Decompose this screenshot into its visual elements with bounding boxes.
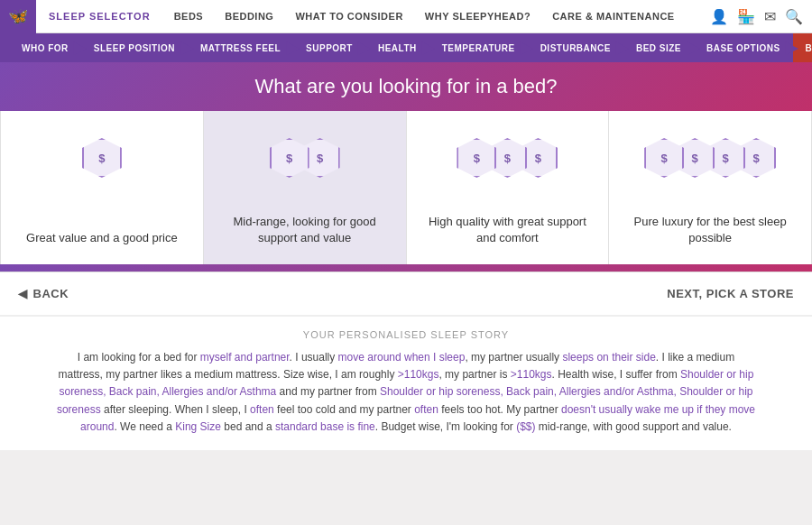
coin-icon-2: $ $ (270, 138, 340, 178)
sub-nav: WHO FOR SLEEP POSITION MATTRESS FEEL SUP… (0, 33, 812, 62)
nav-link-why[interactable]: WHY SLEEPYHEAD? (414, 0, 541, 32)
option-card-midrange[interactable]: $ $ Mid-range, looking for good support … (204, 111, 407, 264)
contact-icon[interactable]: ✉ (764, 8, 776, 25)
top-nav: 🦋 SLEEP SELECTOR BEDS BEDDING WHAT TO CO… (0, 0, 812, 33)
hero-banner: What are you looking for in a bed? (0, 62, 812, 111)
search-icon[interactable]: 🔍 (785, 8, 803, 25)
sub-nav-temperature[interactable]: TEMPERATURE (429, 33, 528, 62)
coin-icon-4: $ $ $ $ (644, 138, 776, 178)
sub-nav-disturbance[interactable]: DISTURBANCE (528, 33, 623, 62)
back-chevron-icon: ◀ (18, 287, 28, 300)
option-card-highquality[interactable]: $ $ $ High quality with great support an… (407, 111, 610, 264)
store-icon[interactable]: 🏪 (737, 8, 755, 25)
sub-nav-bed-size[interactable]: BED SIZE (623, 33, 694, 62)
main-content: What are you looking for in a bed? $ Gre… (0, 62, 812, 450)
nav-link-beds[interactable]: BEDS (163, 0, 215, 32)
sleep-story-title: YOUR PERSONALISED SLEEP STORY (54, 329, 758, 340)
account-icon[interactable]: 👤 (710, 8, 728, 25)
hero-question: What are you looking for in a bed? (254, 75, 557, 97)
sleep-story-text: I am looking for a bed for myself and pa… (54, 349, 758, 436)
nav-link-bedding[interactable]: BEDDING (214, 0, 284, 32)
nav-link-care[interactable]: CARE & MAINTENANCE (541, 0, 686, 32)
back-label: BACK (33, 287, 69, 300)
next-button[interactable]: NEXT, PICK A STORE (667, 287, 794, 300)
logo-area[interactable]: 🦋 (0, 0, 36, 33)
sub-nav-mattress-feel[interactable]: MATTRESS FEEL (188, 33, 293, 62)
sub-nav-support[interactable]: SUPPORT (293, 33, 365, 62)
option-label-luxury: Pure luxury for the best sleep possible (623, 214, 798, 246)
coin-icon-3: $ $ $ (457, 138, 558, 178)
back-button[interactable]: ◀ BACK (18, 287, 69, 300)
option-label-midrange: Mid-range, looking for good support and … (217, 214, 392, 246)
nav-links: BEDS BEDDING WHAT TO CONSIDER WHY SLEEPY… (163, 0, 710, 32)
option-label-highquality: High quality with great support and comf… (420, 214, 595, 246)
sub-nav-base-options[interactable]: BASE OPTIONS (694, 33, 793, 62)
option-card-luxury[interactable]: $ $ $ $ Pure luxury for the best sleep p… (609, 111, 811, 264)
nav-buttons: ◀ BACK NEXT, PICK A STORE (0, 272, 812, 315)
next-label: NEXT, PICK A STORE (667, 287, 794, 300)
sub-nav-who-for[interactable]: WHO FOR (9, 33, 81, 62)
options-area: $ Great value and a good price $ $ Mid-r… (0, 111, 812, 264)
option-label-budget: Great value and a good price (26, 230, 178, 246)
selected-indicator-bar (0, 264, 812, 272)
nav-link-consider[interactable]: WHAT TO CONSIDER (284, 0, 413, 32)
sub-nav-health[interactable]: HEALTH (365, 33, 429, 62)
coin-icon-1: $ (82, 138, 122, 178)
sleep-story: YOUR PERSONALISED SLEEP STORY I am looki… (0, 315, 812, 450)
butterfly-icon: 🦋 (8, 6, 28, 26)
sub-nav-sleep-position[interactable]: SLEEP POSITION (81, 33, 188, 62)
option-card-budget[interactable]: $ Great value and a good price (1, 111, 204, 264)
nav-icons: 👤 🏪 ✉ 🔍 (710, 8, 812, 25)
brand-label[interactable]: SLEEP SELECTOR (36, 11, 163, 22)
